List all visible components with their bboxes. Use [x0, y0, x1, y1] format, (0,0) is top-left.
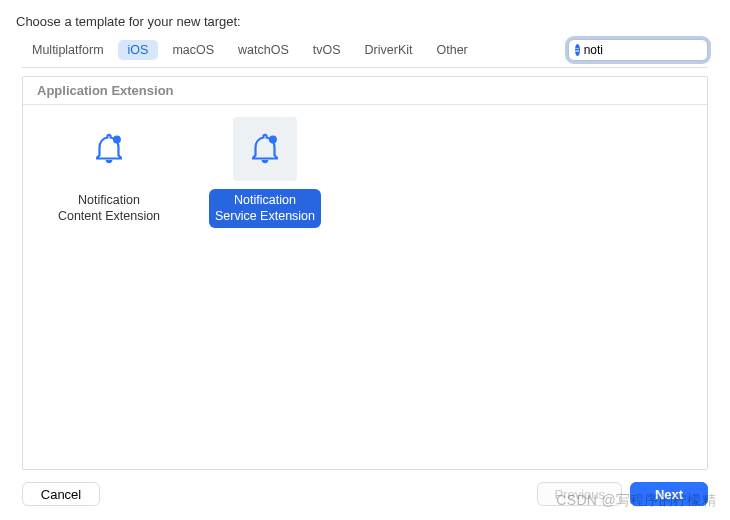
tab-tvos[interactable]: tvOS: [303, 40, 351, 60]
search-input[interactable]: [584, 43, 730, 57]
tab-ios[interactable]: iOS: [118, 40, 159, 60]
next-button[interactable]: Next: [630, 482, 708, 506]
template-label: NotificationContent Extension: [52, 189, 166, 228]
section-heading: Application Extension: [23, 77, 707, 105]
templates-grid: NotificationContent Extension Notificati…: [23, 105, 707, 240]
svg-point-1: [269, 136, 277, 144]
template-item-notification-content-extension[interactable]: NotificationContent Extension: [35, 117, 183, 228]
bell-notification-icon: [233, 117, 297, 181]
tab-macos[interactable]: macOS: [162, 40, 224, 60]
template-item-notification-service-extension[interactable]: NotificationService Extension: [191, 117, 339, 228]
tab-other[interactable]: Other: [427, 40, 478, 60]
templates-panel: Application Extension NotificationConten…: [22, 76, 708, 470]
platform-filter-bar: Multiplatform iOS macOS watchOS tvOS Dri…: [22, 39, 708, 68]
footer: Cancel Previous Next: [0, 470, 730, 520]
svg-point-0: [113, 136, 121, 144]
tab-multiplatform[interactable]: Multiplatform: [22, 40, 114, 60]
previous-button: Previous: [537, 482, 622, 506]
tab-watchos[interactable]: watchOS: [228, 40, 299, 60]
sheet-title: Choose a template for your new target:: [0, 14, 730, 39]
tab-driverkit[interactable]: DriverKit: [355, 40, 423, 60]
template-label: NotificationService Extension: [209, 189, 321, 228]
template-search-field[interactable]: ≡ ✕: [568, 39, 708, 61]
cancel-button[interactable]: Cancel: [22, 482, 100, 506]
bell-notification-icon: [77, 117, 141, 181]
filter-icon: ≡: [575, 44, 580, 56]
